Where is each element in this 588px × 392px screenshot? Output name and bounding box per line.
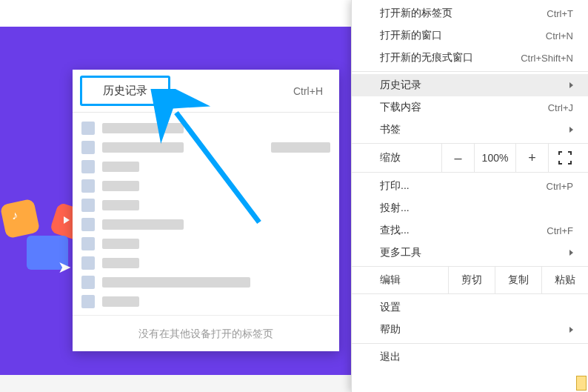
history-item[interactable] — [77, 234, 335, 253]
menu-help[interactable]: 帮助 — [352, 319, 588, 341]
menu-history[interactable]: 历史记录 — [352, 74, 588, 96]
menu-section-history: 历史记录 下载内容 Ctrl+J 书签 — [352, 72, 588, 144]
fullscreen-icon — [560, 153, 570, 163]
chevron-right-icon — [569, 127, 573, 133]
play-icon — [64, 216, 70, 224]
history-item[interactable] — [77, 196, 335, 215]
no-other-devices-note: 没有在其他设备打开的标签页 — [73, 315, 339, 341]
menu-downloads[interactable]: 下载内容 Ctrl+J — [352, 96, 588, 119]
zoom-label: 缩放 — [380, 151, 441, 165]
chevron-right-icon — [569, 250, 573, 256]
cursor-icon: ➤ — [58, 258, 71, 277]
history-item[interactable] — [77, 138, 335, 157]
menu-exit[interactable]: 退出 — [352, 346, 588, 368]
history-item[interactable] — [77, 253, 335, 273]
history-item[interactable] — [77, 292, 335, 311]
history-submenu-panel: 历史记录 Ctrl+H ▸ ▸ ▸ 没有在其他设备打开的标签页 — [73, 70, 339, 351]
zoom-out-button[interactable]: – — [441, 144, 474, 173]
annotation-marker — [576, 376, 587, 391]
decor-music-tile — [0, 199, 40, 239]
history-list — [73, 113, 339, 314]
menu-settings[interactable]: 设置 — [352, 296, 588, 319]
history-shortcut: Ctrl+H — [293, 85, 323, 97]
history-item[interactable] — [77, 273, 335, 292]
menu-new-incognito[interactable]: 打开新的无痕式窗口 Ctrl+Shift+N — [352, 47, 588, 69]
chevron-right-icon — [569, 82, 573, 88]
history-item[interactable] — [77, 157, 335, 176]
copy-button[interactable]: 复制 — [495, 267, 541, 293]
menu-section-tools: 打印... Ctrl+P 投射... 查找... Ctrl+F 更多工具 — [352, 173, 588, 267]
history-button-highlighted[interactable]: 历史记录 — [80, 76, 170, 106]
menu-more-tools[interactable]: 更多工具 — [352, 242, 588, 264]
edit-label: 编辑 — [352, 267, 448, 293]
history-item[interactable] — [77, 176, 335, 196]
browser-main-menu: 打开新的标签页 Ctrl+T 打开新的窗口 Ctrl+N 打开新的无痕式窗口 C… — [351, 0, 588, 392]
zoom-in-button[interactable]: + — [515, 144, 548, 173]
zoom-value: 100% — [474, 144, 515, 172]
chevron-right-icon — [569, 327, 573, 333]
menu-find[interactable]: 查找... Ctrl+F — [352, 219, 588, 242]
history-item[interactable] — [77, 119, 335, 138]
cut-button[interactable]: 剪切 — [448, 267, 495, 293]
menu-zoom-row: 缩放 – 100% + — [352, 144, 588, 173]
menu-section-settings: 设置 帮助 — [352, 294, 588, 344]
paste-button[interactable]: 粘贴 — [541, 267, 588, 293]
music-note-icon: ♪ — [12, 209, 18, 222]
history-submenu-header: 历史记录 Ctrl+H — [73, 70, 339, 113]
menu-print[interactable]: 打印... Ctrl+P — [352, 175, 588, 197]
menu-new-window[interactable]: 打开新的窗口 Ctrl+N — [352, 24, 588, 47]
menu-edit-row: 编辑 剪切 复制 粘贴 — [352, 267, 588, 294]
menu-cast[interactable]: 投射... — [352, 197, 588, 219]
menu-section-tabs: 打开新的标签页 Ctrl+T 打开新的窗口 Ctrl+N 打开新的无痕式窗口 C… — [352, 0, 588, 72]
fullscreen-button[interactable] — [548, 144, 581, 173]
menu-section-exit: 退出 — [352, 344, 588, 371]
history-item[interactable] — [77, 215, 335, 234]
menu-new-tab[interactable]: 打开新的标签页 Ctrl+T — [352, 2, 588, 24]
menu-bookmarks[interactable]: 书签 — [352, 119, 588, 141]
